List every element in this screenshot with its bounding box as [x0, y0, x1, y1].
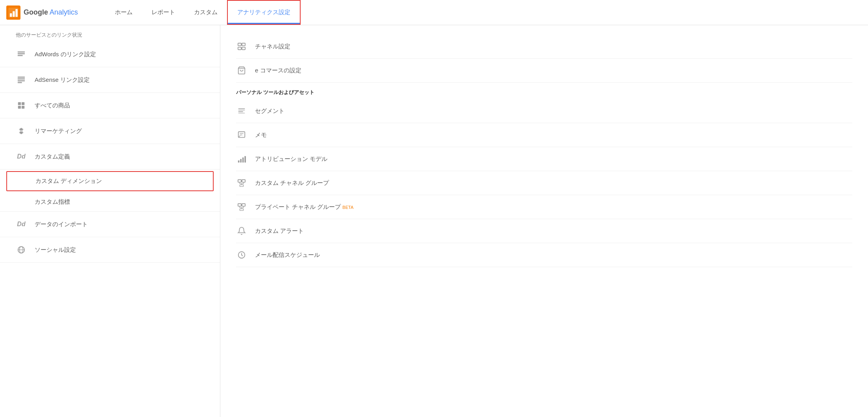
right-menu-segments[interactable]: セグメント — [236, 99, 852, 123]
menu-item-custom-metrics[interactable]: カスタム指標 — [0, 193, 220, 212]
adsense-link-label: AdSense リンク設定 — [35, 76, 90, 84]
right-menu-channel-settings[interactable]: チャネル設定 — [236, 35, 852, 59]
right-menu-memo[interactable]: メモ — [236, 123, 852, 147]
channel-settings-icon — [236, 41, 247, 52]
dd-icon: Dd — [16, 151, 27, 162]
right-section-personal-tools: パーソナル ツールおよびアセット — [236, 83, 852, 99]
all-products-label: すべての商品 — [35, 102, 70, 109]
email-schedule-label: メール配信スケジュール — [255, 251, 320, 259]
social-settings-label: ソーシャル設定 — [35, 246, 76, 254]
custom-alerts-icon — [236, 225, 247, 236]
memo-icon — [236, 129, 247, 140]
attribution-label: アトリビューション モデル — [255, 155, 327, 163]
svg-rect-14 — [18, 106, 21, 109]
social-icon — [16, 244, 27, 255]
google-analytics-logo-icon — [6, 6, 20, 20]
svg-rect-13 — [22, 102, 24, 105]
right-menu-ecommerce[interactable]: e コマースの設定 — [236, 59, 852, 83]
data-import-icon: Dd — [16, 219, 27, 230]
app-title: Google Analytics — [24, 8, 78, 17]
top-navigation: Google Analytics ホーム レポート カスタム アナリティクス設定 — [0, 0, 868, 25]
svg-rect-6 — [18, 53, 25, 54]
svg-rect-37 — [238, 180, 241, 182]
channel-settings-label: チャネル設定 — [255, 43, 290, 50]
svg-rect-7 — [18, 55, 23, 56]
private-channel-group-icon — [236, 201, 247, 212]
svg-rect-15 — [22, 106, 24, 109]
right-column: チャネル設定 e コマースの設定 パーソナル ツールおよびアセット — [220, 25, 868, 417]
right-menu-email-schedule[interactable]: メール配信スケジュール — [236, 243, 852, 267]
nav-reports[interactable]: レポート — [142, 0, 185, 25]
private-channel-group-label: プライベート チャネル グループBETA — [255, 203, 353, 211]
menu-item-custom-definitions[interactable]: Dd カスタム定義 — [0, 144, 220, 170]
svg-rect-2 — [10, 13, 12, 17]
svg-rect-35 — [242, 157, 244, 162]
ecommerce-icon — [236, 65, 247, 76]
custom-dimension-label: カスタム ディメンション — [35, 177, 102, 185]
svg-rect-12 — [18, 102, 21, 105]
svg-rect-22 — [238, 47, 241, 50]
menu-item-adwords[interactable]: AdWords のリンク設定 — [0, 42, 220, 67]
email-schedule-icon — [236, 249, 247, 260]
beta-badge: BETA — [342, 205, 353, 210]
svg-rect-33 — [238, 161, 240, 163]
menu-item-all-products[interactable]: すべての商品 — [0, 93, 220, 118]
adwords-icon — [16, 49, 27, 60]
adwords-link-label: AdWords のリンク設定 — [35, 51, 96, 58]
menu-item-remarketing[interactable]: リマーケティング — [0, 118, 220, 144]
svg-rect-23 — [242, 47, 245, 50]
svg-rect-9 — [18, 78, 25, 79]
center-menu-section: 他のサービスとのリンク状況 AdWords のリンク設定 AdSense リンク… — [0, 25, 220, 263]
products-icon — [16, 100, 27, 111]
menu-item-data-import[interactable]: Dd データのインポート — [0, 212, 220, 237]
svg-rect-38 — [242, 180, 245, 182]
right-menu-attribution[interactable]: アトリビューション モデル — [236, 147, 852, 171]
remarketing-icon — [16, 125, 27, 137]
svg-rect-11 — [18, 82, 22, 83]
svg-rect-45 — [242, 204, 245, 206]
menu-item-adsense[interactable]: AdSense リンク設定 — [0, 67, 220, 93]
nav-items: ホーム レポート カスタム アナリティクス設定 — [105, 0, 301, 25]
svg-rect-19 — [238, 43, 241, 46]
segments-label: セグメント — [255, 107, 284, 115]
logo-area: Google Analytics — [6, 6, 93, 20]
menu-item-social-settings[interactable]: ソーシャル設定 — [0, 237, 220, 263]
attribution-icon — [236, 153, 247, 164]
nav-custom[interactable]: カスタム — [185, 0, 227, 25]
segments-icon — [236, 105, 247, 116]
memo-label: メモ — [255, 131, 267, 139]
adsense-icon — [16, 74, 27, 85]
right-menu-custom-channel-group[interactable]: カスタム チャネル グループ — [236, 171, 852, 195]
remarketing-label: リマーケティング — [35, 127, 82, 135]
data-import-label: データのインポート — [35, 221, 88, 228]
svg-rect-44 — [238, 204, 241, 206]
svg-rect-50 — [240, 209, 243, 211]
custom-channel-group-icon — [236, 177, 247, 188]
nav-home[interactable]: ホーム — [105, 0, 142, 25]
custom-channel-group-label: カスタム チャネル グループ — [255, 179, 329, 187]
main-content: 他のサービスとのリンク状況 AdWords のリンク設定 AdSense リンク… — [0, 25, 868, 417]
svg-rect-5 — [18, 52, 25, 53]
menu-item-custom-dimension[interactable]: カスタム ディメンション — [6, 171, 214, 191]
section-header-other-services: 他のサービスとのリンク状況 — [0, 25, 220, 42]
center-column: 他のサービスとのリンク状況 AdWords のリンク設定 AdSense リンク… — [0, 25, 220, 417]
custom-alerts-label: カスタム アラート — [255, 227, 304, 235]
nav-analytics-settings[interactable]: アナリティクス設定 — [227, 0, 301, 25]
svg-rect-20 — [242, 43, 245, 46]
svg-rect-10 — [18, 80, 25, 81]
right-menu-private-channel-group[interactable]: プライベート チャネル グループBETA — [236, 195, 852, 219]
custom-definitions-label: カスタム定義 — [35, 153, 70, 161]
svg-rect-3 — [13, 11, 15, 17]
right-menu-custom-alerts[interactable]: カスタム アラート — [236, 219, 852, 243]
svg-rect-36 — [244, 156, 246, 163]
svg-rect-8 — [18, 77, 25, 78]
custom-metrics-label: カスタム指標 — [35, 198, 70, 206]
svg-rect-34 — [240, 159, 242, 162]
svg-rect-4 — [15, 9, 17, 17]
svg-rect-43 — [240, 185, 243, 187]
ecommerce-label: e コマースの設定 — [255, 67, 301, 74]
